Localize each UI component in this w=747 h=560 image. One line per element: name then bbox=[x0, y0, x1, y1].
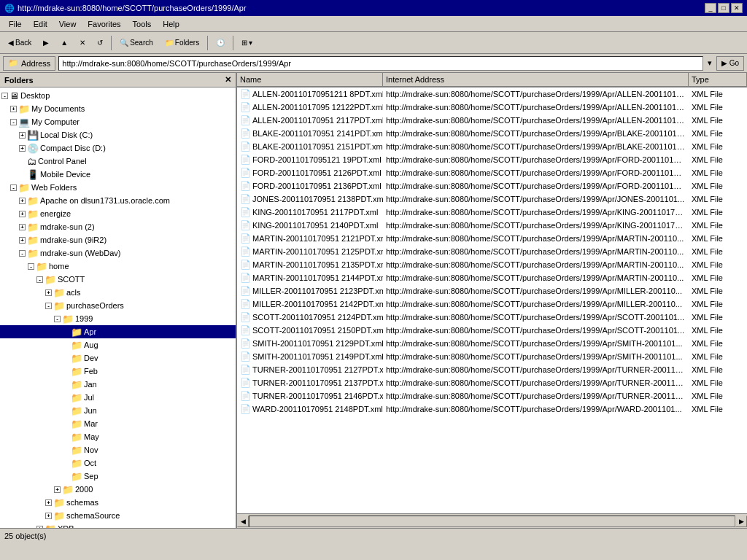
table-row[interactable]: 📄SMITH-200110170951 2129PDT.xmlhttp://md… bbox=[237, 337, 747, 350]
tree-toggle-web-folders[interactable]: - bbox=[10, 184, 17, 191]
tree-toggle-mdrake-sun-webdav[interactable]: - bbox=[19, 250, 26, 257]
tree-item-nov[interactable]: 📁Nov bbox=[0, 443, 236, 456]
maximize-button[interactable]: □ bbox=[718, 3, 729, 13]
tree-toggle-schemasource[interactable]: + bbox=[45, 513, 52, 519]
tree-item-2000[interactable]: +📁2000 bbox=[0, 483, 236, 496]
tree-toggle-home[interactable]: - bbox=[28, 263, 34, 270]
scroll-right-button[interactable]: ▶ bbox=[735, 516, 747, 527]
tree-toggle-compact-disc[interactable]: + bbox=[19, 145, 26, 152]
stop-button[interactable]: ✕ bbox=[74, 34, 90, 52]
tree-item-may[interactable]: 📁May bbox=[0, 430, 236, 443]
tree-toggle-energize[interactable]: + bbox=[19, 211, 26, 217]
tree-item-local-disk[interactable]: +💾Local Disk (C:) bbox=[0, 128, 236, 141]
table-row[interactable]: 📄MILLER-200110170951 2123PDT.xmlhttp://m… bbox=[237, 284, 747, 298]
tree-toggle-schemas[interactable]: + bbox=[45, 499, 52, 506]
tree-item-aug[interactable]: 📁Aug bbox=[0, 338, 236, 351]
tree-toggle-my-computer[interactable]: - bbox=[10, 119, 17, 125]
folder-pane-content[interactable]: -🖥Desktop+📁My Documents-💻My Computer+💾Lo… bbox=[0, 88, 236, 528]
menu-file[interactable]: File bbox=[3, 18, 28, 30]
tree-item-scott[interactable]: -📁SCOTT bbox=[0, 273, 236, 286]
tree-toggle-2000[interactable]: + bbox=[54, 486, 61, 493]
col-header-internet[interactable]: Internet Address bbox=[383, 73, 689, 86]
table-row[interactable]: 📄TURNER-200110170951 2137PDT.xmlhttp://m… bbox=[237, 376, 747, 389]
tree-item-purchaseorders[interactable]: -📁purchaseOrders bbox=[0, 299, 236, 312]
search-button[interactable]: 🔍 Search bbox=[115, 34, 158, 52]
tree-toggle-mdrake-sun9ir2[interactable]: + bbox=[19, 237, 26, 244]
horizontal-scrollbar[interactable]: ◀ ▶ bbox=[237, 513, 747, 528]
tree-item-jun[interactable]: 📁Jun bbox=[0, 404, 236, 417]
table-row[interactable]: 📄KING-200110170951 2140PDT.xmlhttp://mdr… bbox=[237, 219, 747, 232]
table-row[interactable]: 📄MARTIN-200110170951 2121PDT.xmlhttp://m… bbox=[237, 232, 747, 245]
tree-toggle-purchaseorders[interactable]: - bbox=[45, 303, 52, 309]
file-list-content[interactable]: 📄ALLEN-200110170951211 8PDT.xmlhttp://md… bbox=[237, 88, 747, 513]
back-button[interactable]: ◀ Back bbox=[3, 34, 36, 52]
table-row[interactable]: 📄FORD-20011017095121 19PDT.xmlhttp://mdr… bbox=[237, 153, 747, 166]
tree-item-feb[interactable]: 📁Feb bbox=[0, 365, 236, 378]
tree-item-my-docs[interactable]: +📁My Documents bbox=[0, 102, 236, 115]
table-row[interactable]: 📄BLAKE-200110170951 2151PDT.xmlhttp://md… bbox=[237, 140, 747, 153]
tree-item-jul[interactable]: 📁Jul bbox=[0, 391, 236, 404]
table-row[interactable]: 📄SMITH-200110170951 2149PDT.xmlhttp://md… bbox=[237, 350, 747, 363]
tree-toggle-scott[interactable]: - bbox=[36, 276, 43, 283]
tree-item-apache[interactable]: +📁Apache on dlsun1731.us.oracle.com bbox=[0, 194, 236, 207]
table-row[interactable]: 📄ALLEN-20011017095 12122PDT.xmlhttp://md… bbox=[237, 101, 747, 114]
tree-item-web-folders[interactable]: -📁Web Folders bbox=[0, 181, 236, 194]
table-row[interactable]: 📄KING-200110170951 2117PDT.xmlhttp://mdr… bbox=[237, 206, 747, 219]
refresh-button[interactable]: ↺ bbox=[92, 34, 108, 52]
tree-toggle-local-disk[interactable]: + bbox=[19, 132, 26, 139]
tree-item-xdb[interactable]: +📁XDB bbox=[0, 522, 236, 528]
table-row[interactable]: 📄FORD-200110170951 2136PDT.xmlhttp://mdr… bbox=[237, 179, 747, 192]
dropdown-icon[interactable]: ▾ bbox=[706, 58, 713, 68]
tree-item-mobile-device[interactable]: 📱Mobile Device bbox=[0, 168, 236, 181]
table-row[interactable]: 📄TURNER-200110170951 2127PDT.xmlhttp://m… bbox=[237, 363, 747, 376]
tree-item-mar[interactable]: 📁Mar bbox=[0, 417, 236, 430]
tree-item-control-panel[interactable]: 🗂Control Panel bbox=[0, 155, 236, 168]
tree-item-apr[interactable]: 📁Apr bbox=[0, 325, 236, 338]
table-row[interactable]: 📄SCOTT-200110170951 2124PDT.xmlhttp://md… bbox=[237, 311, 747, 324]
tree-item-1999[interactable]: -📁1999 bbox=[0, 312, 236, 325]
table-row[interactable]: 📄MILLER-200110170951 2142PDT.xmlhttp://m… bbox=[237, 298, 747, 311]
tree-toggle-1999[interactable]: - bbox=[54, 316, 61, 322]
table-row[interactable]: 📄TURNER-200110170951 2146PDT.xmlhttp://m… bbox=[237, 389, 747, 402]
tree-toggle-desktop[interactable]: - bbox=[1, 93, 8, 99]
tree-item-home[interactable]: -📁home bbox=[0, 260, 236, 273]
table-row[interactable]: 📄FORD-200110170951 2126PDT.xmlhttp://mdr… bbox=[237, 166, 747, 179]
tree-item-mdrake-sun2[interactable]: +📁mdrake-sun (2) bbox=[0, 220, 236, 233]
menu-edit[interactable]: Edit bbox=[28, 18, 53, 30]
table-row[interactable]: 📄ALLEN-200110170951211 8PDT.xmlhttp://md… bbox=[237, 88, 747, 101]
history-button[interactable]: 🕒 bbox=[211, 34, 230, 52]
minimize-button[interactable]: _ bbox=[705, 3, 716, 13]
menu-tools[interactable]: Tools bbox=[127, 18, 158, 30]
menu-view[interactable]: View bbox=[53, 18, 82, 30]
tree-toggle-mdrake-sun2[interactable]: + bbox=[19, 224, 26, 230]
folder-pane-close[interactable]: ✕ bbox=[225, 75, 231, 85]
close-button[interactable]: ✕ bbox=[731, 3, 743, 13]
tree-item-dev[interactable]: 📁Dev bbox=[0, 351, 236, 365]
tree-item-acls[interactable]: +📁acls bbox=[0, 286, 236, 299]
table-row[interactable]: 📄MARTIN-200110170951 2144PDT.xmlhttp://m… bbox=[237, 271, 747, 284]
menu-favorites[interactable]: Favorites bbox=[82, 18, 126, 30]
folders-button[interactable]: 📁 Folders bbox=[160, 34, 204, 52]
table-row[interactable]: 📄ALLEN-200110170951 2117PDT.xmlhttp://md… bbox=[237, 114, 747, 127]
tree-item-jan[interactable]: 📁Jan bbox=[0, 378, 236, 391]
table-row[interactable]: 📄SCOTT-200110170951 2150PDT.xmlhttp://md… bbox=[237, 324, 747, 337]
views-button[interactable]: ⊞▾ bbox=[236, 34, 258, 52]
tree-item-my-computer[interactable]: -💻My Computer bbox=[0, 115, 236, 128]
tree-item-compact-disc[interactable]: +💿Compact Disc (D:) bbox=[0, 141, 236, 155]
tree-toggle-xdb[interactable]: + bbox=[36, 526, 43, 529]
address-input[interactable] bbox=[58, 56, 703, 71]
tree-item-energize[interactable]: +📁energize bbox=[0, 207, 236, 220]
col-header-name[interactable]: Name bbox=[237, 73, 383, 86]
tree-item-desktop[interactable]: -🖥Desktop bbox=[0, 89, 236, 102]
go-button[interactable]: ▶ Go bbox=[716, 56, 744, 71]
tree-item-mdrake-sun9ir2[interactable]: +📁mdrake-sun (9iR2) bbox=[0, 233, 236, 246]
table-row[interactable]: 📄MARTIN-200110170951 2135PDT.xmlhttp://m… bbox=[237, 258, 747, 271]
tree-toggle-my-docs[interactable]: + bbox=[10, 106, 17, 112]
tree-toggle-acls[interactable]: + bbox=[45, 289, 52, 296]
menu-help[interactable]: Help bbox=[157, 18, 185, 30]
tree-item-mdrake-sun-webdav[interactable]: -📁mdrake-sun (WebDav) bbox=[0, 246, 236, 260]
tree-item-sep[interactable]: 📁Sep bbox=[0, 470, 236, 483]
scroll-left-button[interactable]: ◀ bbox=[237, 516, 249, 527]
up-button[interactable]: ▲ bbox=[55, 34, 73, 52]
tree-item-oct[interactable]: 📁Oct bbox=[0, 456, 236, 470]
